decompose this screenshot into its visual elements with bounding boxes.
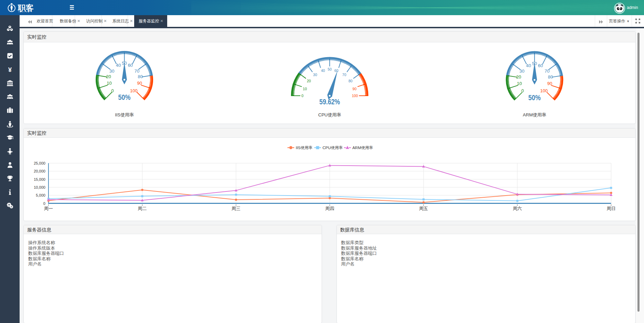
svg-text:周二: 周二 xyxy=(138,206,147,211)
svg-text:0: 0 xyxy=(301,94,303,98)
svg-text:10,000: 10,000 xyxy=(34,185,45,189)
svg-text:40: 40 xyxy=(321,69,325,73)
svg-text:90: 90 xyxy=(137,81,142,86)
svg-text:0: 0 xyxy=(43,201,45,205)
svg-text:100: 100 xyxy=(130,88,138,93)
svg-text:周四: 周四 xyxy=(325,206,334,211)
svg-text:5,000: 5,000 xyxy=(36,193,45,197)
svg-text:ARM使用率: ARM使用率 xyxy=(523,112,546,117)
svg-text:20: 20 xyxy=(516,74,521,80)
svg-text:周三: 周三 xyxy=(232,206,240,211)
svg-text:80: 80 xyxy=(548,74,553,80)
svg-text:80: 80 xyxy=(348,79,353,83)
svg-text:20,000: 20,000 xyxy=(34,169,45,173)
svg-text:IZHIKE: IZHIKE xyxy=(18,11,30,13)
svg-text:40: 40 xyxy=(116,63,121,68)
svg-text:周日: 周日 xyxy=(607,206,615,211)
svg-text:¥: ¥ xyxy=(8,66,12,73)
svg-text:50%: 50% xyxy=(118,93,131,102)
svg-text:周五: 周五 xyxy=(419,206,428,211)
svg-text:0: 0 xyxy=(522,88,524,93)
svg-text:20: 20 xyxy=(106,74,111,79)
svg-text:50: 50 xyxy=(328,67,332,71)
svg-text:70: 70 xyxy=(545,69,549,74)
svg-text:10: 10 xyxy=(303,87,307,91)
svg-text:IIS使用率: IIS使用率 xyxy=(296,145,313,149)
svg-text:ARM使用率: ARM使用率 xyxy=(352,145,373,149)
svg-text:50%: 50% xyxy=(528,93,541,102)
svg-text:30: 30 xyxy=(519,69,524,74)
svg-text:70: 70 xyxy=(135,68,139,73)
svg-text:70: 70 xyxy=(342,73,346,77)
svg-text:60: 60 xyxy=(334,69,339,73)
svg-text:15,000: 15,000 xyxy=(34,177,45,181)
svg-text:100: 100 xyxy=(540,88,548,93)
svg-text:10: 10 xyxy=(517,81,522,86)
svg-text:30: 30 xyxy=(109,68,114,73)
svg-text:80: 80 xyxy=(138,74,142,79)
svg-text:40: 40 xyxy=(526,63,531,68)
svg-text:周一: 周一 xyxy=(44,206,53,211)
svg-text:20: 20 xyxy=(307,79,311,83)
svg-text:CPU使用率: CPU使用率 xyxy=(318,112,341,117)
svg-text:周六: 周六 xyxy=(513,206,522,211)
svg-text:30: 30 xyxy=(313,73,317,77)
svg-text:25,000: 25,000 xyxy=(34,161,45,165)
svg-text:CPU使用率: CPU使用率 xyxy=(323,145,343,149)
svg-text:90: 90 xyxy=(353,87,357,91)
svg-text:10: 10 xyxy=(107,81,111,86)
svg-text:60: 60 xyxy=(128,63,133,68)
svg-text:90: 90 xyxy=(547,81,552,86)
svg-text:59.62%: 59.62% xyxy=(319,97,340,106)
svg-text:100: 100 xyxy=(352,94,358,98)
svg-text:0: 0 xyxy=(111,88,114,93)
svg-text:60: 60 xyxy=(538,63,543,68)
svg-text:IIS使用率: IIS使用率 xyxy=(115,112,134,117)
